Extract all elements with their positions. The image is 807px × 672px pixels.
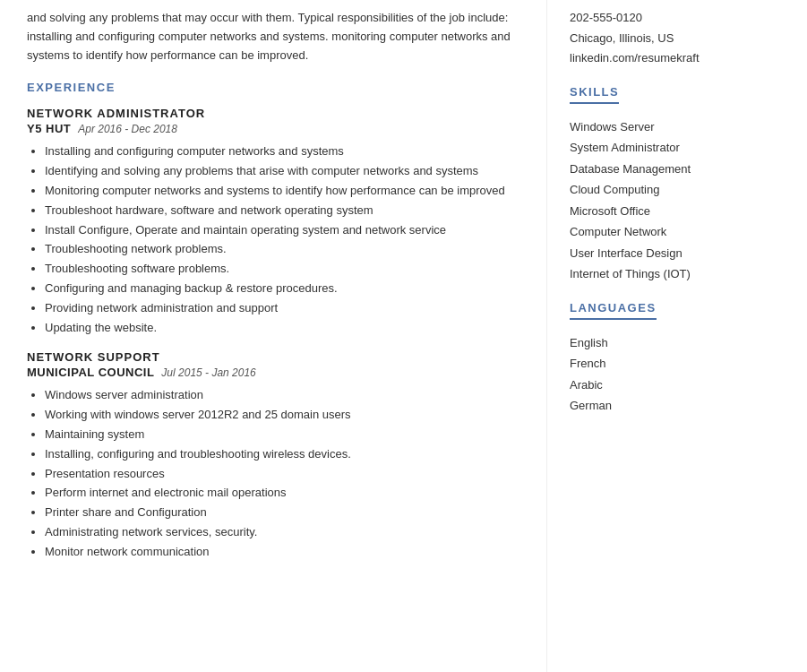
experience-section-title: EXPERIENCE [27, 81, 519, 98]
skill-item: Cloud Computing [570, 181, 785, 199]
job-title-2: NETWORK SUPPORT [27, 350, 519, 364]
list-item: Installing, configuring and troubleshoot… [45, 445, 519, 464]
job-duties-2: Windows server administration Working wi… [27, 386, 519, 561]
skill-item: Internet of Things (IOT) [570, 265, 785, 283]
list-item: Install Configure, Operate and maintain … [45, 221, 519, 240]
list-item: Installing and configuring computer netw… [45, 142, 519, 161]
list-item: Printer share and Configuration [45, 504, 519, 522]
list-item: Perform internet and electronic mail ope… [45, 484, 519, 503]
list-item: Troubleshooting software problems. [45, 260, 519, 279]
list-item: Troubleshooting network problems. [45, 240, 519, 259]
list-item: Maintaining system [45, 426, 519, 444]
list-item: Monitor network communication [45, 543, 519, 562]
skill-item: Computer Network [570, 223, 785, 241]
right-column: 202-555-0120 Chicago, Illinois, US linke… [547, 0, 807, 672]
skill-item: Windows Server [570, 118, 785, 136]
contact-location: Chicago, Illinois, US [570, 30, 785, 47]
language-item: Arabic [570, 376, 785, 394]
contact-phone: 202-555-0120 [570, 9, 785, 27]
contact-info: 202-555-0120 Chicago, Illinois, US linke… [570, 9, 785, 67]
job-dates-1: Apr 2016 - Dec 2018 [78, 123, 177, 135]
language-item: German [570, 397, 785, 415]
list-item: Administrating network services, securit… [45, 523, 519, 542]
list-item: Providing network administration and sup… [45, 299, 519, 318]
list-item: Updating the website. [45, 319, 519, 338]
list-item: Identifying and solving any problems tha… [45, 162, 519, 181]
page-container: and solving any problems that may occur … [0, 0, 807, 672]
skill-item: Database Management [570, 160, 785, 178]
list-item: Monitoring computer networks and systems… [45, 182, 519, 201]
job-company-line-1: Y5 HUT Apr 2016 - Dec 2018 [27, 122, 519, 135]
languages-section: LANGUAGES English French Arabic German [570, 301, 785, 415]
list-item: Presentation resources [45, 465, 519, 484]
job-dates-2: Jul 2015 - Jan 2016 [161, 366, 255, 379]
experience-section: EXPERIENCE NETWORK ADMINISTRATOR Y5 HUT … [27, 81, 519, 561]
skill-item: User Interface Design [570, 245, 785, 263]
list-item: Troubleshoot hardware, software and netw… [45, 202, 519, 220]
skills-section-title: SKILLS [570, 85, 619, 104]
job-title-1: NETWORK ADMINISTRATOR [27, 107, 519, 120]
language-item: French [570, 355, 785, 373]
company-name-1: Y5 HUT [27, 122, 71, 135]
job-block-1: NETWORK ADMINISTRATOR Y5 HUT Apr 2016 - … [27, 107, 519, 337]
language-item: English [570, 334, 785, 352]
skills-section: SKILLS Windows Server System Administrat… [570, 85, 785, 283]
intro-text: and solving any problems that may occur … [27, 9, 519, 65]
list-item: Working with windows server 2012R2 and 2… [45, 406, 519, 425]
contact-linkedin: linkedin.com/resumekraft [570, 49, 785, 67]
job-duties-1: Installing and configuring computer netw… [27, 142, 519, 337]
list-item: Configuring and managing backup & restor… [45, 280, 519, 298]
list-item: Windows server administration [45, 386, 519, 405]
company-name-2: MUNICIPAL COUNCIL [27, 366, 154, 379]
left-column: and solving any problems that may occur … [0, 0, 547, 672]
languages-section-title: LANGUAGES [570, 301, 657, 320]
job-block-2: NETWORK SUPPORT MUNICIPAL COUNCIL Jul 20… [27, 350, 519, 561]
job-company-line-2: MUNICIPAL COUNCIL Jul 2015 - Jan 2016 [27, 366, 519, 379]
skill-item: System Administrator [570, 139, 785, 157]
skill-item: Microsoft Office [570, 202, 785, 220]
